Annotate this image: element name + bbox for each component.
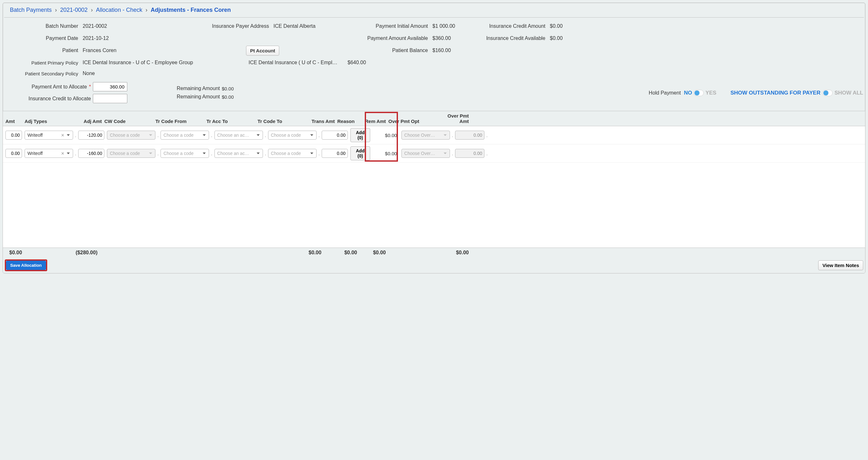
add-reason-button[interactable]: Add (0)	[350, 128, 370, 142]
trans-amt-input[interactable]	[322, 149, 348, 158]
col-tr-code-from: Tr Code From	[154, 118, 205, 124]
show-outstanding-toggle[interactable]: SHOW OUTSTANDING FOR PAYER SHOW ALL	[731, 90, 863, 96]
primary-policy-value: ICE Dental Insurance - U of C - Employee…	[83, 60, 242, 65]
col-tr-acc-to: Tr Acc To	[205, 118, 256, 124]
total-trans-amt: $0.00	[307, 250, 336, 256]
total-reason: $0.00	[336, 250, 359, 256]
grid-header: Amt Adj Types Adj Amt CW Code Tr Code Fr…	[3, 111, 865, 126]
adj-amt-input[interactable]	[78, 149, 104, 158]
credit-amount-label: Insurance Credit Amount	[472, 23, 550, 29]
primary-policy-label: Patient Primary Policy	[5, 60, 83, 65]
over-pmt-amt-input	[455, 131, 485, 140]
payment-amt-allocate-input[interactable]	[93, 82, 127, 91]
col-rem-amt: Rem Amt	[359, 118, 387, 124]
col-adj-amt: Adj Amt	[74, 118, 103, 124]
allocation-inputs: Payment Amt to Allocate * Insurance Cred…	[3, 79, 865, 111]
initial-amount-value: $1 000.00	[432, 23, 455, 29]
table-row: Writeoff✕.Choose a code.Choose a code.Ch…	[3, 144, 865, 163]
rem-amt-value: $0.00	[371, 151, 400, 156]
clear-icon[interactable]: ✕	[61, 151, 64, 156]
table-row: Writeoff✕.Choose a code.Choose a code.Ch…	[3, 126, 865, 144]
amount-available-label: Payment Amount Available	[354, 35, 432, 41]
insurance-credit-allocate-label: Insurance Credit to Allocate	[5, 96, 93, 102]
col-adj-types: Adj Types	[23, 118, 74, 124]
initial-amount-label: Payment Initial Amount	[354, 23, 432, 29]
payment-date-value: 2021-10-12	[83, 35, 109, 41]
rem-amt-value: $0.00	[371, 133, 400, 138]
batch-number-value: 2021-0002	[83, 23, 107, 29]
breadcrumb-allocation[interactable]: Allocation - Check	[96, 7, 142, 13]
over-pmt-opt-select[interactable]: Choose Over…	[401, 149, 450, 158]
pt-account-button[interactable]: Pt Account	[246, 46, 280, 56]
remaining-amount-1-value: $0.00	[222, 86, 234, 91]
total-rem-amt: $0.00	[359, 250, 387, 256]
hold-payment-toggle[interactable]: Hold Payment NO YES	[649, 90, 718, 96]
tr-code-to-select[interactable]: Choose a code	[268, 131, 316, 140]
adj-amt-input[interactable]	[78, 131, 104, 140]
col-reason: Reason	[336, 118, 359, 124]
tr-code-to-select[interactable]: Choose a code	[268, 149, 316, 158]
breadcrumb-current: Adjustments - Frances Coren	[151, 7, 231, 13]
adj-type-select[interactable]: Writeoff✕	[25, 131, 73, 140]
col-over-pmt-opt: Over Pmt Opt	[387, 118, 438, 124]
secondary-policy-value: None	[83, 70, 95, 76]
breadcrumb-sep: ›	[146, 7, 148, 13]
adj-type-select[interactable]: Writeoff✕	[25, 149, 73, 158]
col-amt: Amt	[4, 118, 23, 124]
footer: Save Allocation View Item Notes	[3, 257, 865, 273]
over-pmt-amt-input	[455, 149, 485, 158]
over-pmt-opt-select[interactable]: Choose Over…	[401, 131, 450, 140]
show-outstanding-label: SHOW OUTSTANDING FOR PAYER	[731, 90, 820, 96]
cw-code-select[interactable]: Choose a code	[107, 131, 155, 140]
payer-address-label: Insurance Payer Address	[173, 23, 274, 29]
grid-body: Writeoff✕.Choose a code.Choose a code.Ch…	[3, 126, 865, 248]
show-all-label: SHOW ALL	[835, 90, 863, 96]
amt-input[interactable]	[5, 149, 22, 158]
breadcrumb-batch-payments[interactable]: Batch Payments	[10, 7, 52, 13]
remaining-amount-2-value: $0.00	[222, 94, 234, 100]
col-over-pmt-amt: Over Pmt Amt	[438, 113, 470, 124]
credit-amount-value: $0.00	[550, 23, 563, 29]
tr-code-from-select[interactable]: Choose a code	[160, 131, 209, 140]
amount-available-value: $360.00	[432, 35, 451, 41]
view-item-notes-button[interactable]: View Item Notes	[818, 260, 863, 270]
remaining-amount-2-label: Remaining Amount	[166, 94, 222, 100]
tr-acc-to-select[interactable]: Choose an ac…	[214, 149, 263, 158]
clear-icon[interactable]: ✕	[61, 133, 64, 138]
remaining-amount-1-label: Remaining Amount	[166, 86, 222, 91]
hold-yes-label: YES	[706, 90, 716, 96]
ice-policy-label: ICE Dental Insurance ( U of C - Empl…	[249, 60, 347, 65]
secondary-policy-label: Patient Secondary Policy	[5, 71, 83, 76]
policy-block: Patient Primary Policy ICE Dental Insura…	[3, 56, 865, 79]
add-reason-button[interactable]: Add (0)	[350, 146, 370, 161]
save-allocation-button[interactable]: Save Allocation	[6, 261, 46, 270]
total-over-amt: $0.00	[438, 250, 470, 256]
breadcrumb-sep: ›	[55, 7, 57, 13]
credit-available-value: $0.00	[550, 35, 563, 41]
breadcrumb-sep: ›	[91, 7, 93, 13]
breadcrumb: Batch Payments › 2021-0002 › Allocation …	[4, 3, 864, 18]
summary-grid: Batch Number2021-0002 Insurance Payer Ad…	[3, 18, 865, 56]
tr-code-from-select[interactable]: Choose a code	[160, 149, 209, 158]
ice-policy-value: $640.00	[347, 60, 366, 65]
amt-input[interactable]	[5, 131, 22, 140]
breadcrumb-batch-id[interactable]: 2021-0002	[60, 7, 87, 13]
col-cw-code: CW Code	[103, 118, 154, 124]
tr-acc-to-select[interactable]: Choose an ac…	[214, 131, 263, 140]
patient-label: Patient	[5, 48, 83, 53]
hold-payment-label: Hold Payment	[649, 90, 681, 96]
window: Batch Payments › 2021-0002 › Allocation …	[3, 3, 865, 274]
total-amt: $0.00	[4, 250, 23, 256]
col-tr-code-to: Tr Code To	[256, 118, 307, 124]
cw-code-select[interactable]: Choose a code	[107, 149, 155, 158]
payment-date-label: Payment Date	[5, 35, 83, 41]
totals-row: $0.00 ($280.00) $0.00 $0.00 $0.00 $0.00	[3, 248, 865, 257]
patient-balance-label: Patient Balance	[354, 48, 432, 53]
save-highlight: Save Allocation	[5, 259, 47, 271]
insurance-credit-allocate-input[interactable]	[93, 94, 127, 103]
payer-address-value: ICE Dental Alberta	[274, 23, 316, 29]
adjustments-grid: Amt Adj Types Adj Amt CW Code Tr Code Fr…	[3, 111, 865, 257]
credit-available-label: Insurance Credit Available	[472, 35, 550, 41]
trans-amt-input[interactable]	[322, 131, 348, 140]
hold-no-label: NO	[684, 90, 692, 96]
